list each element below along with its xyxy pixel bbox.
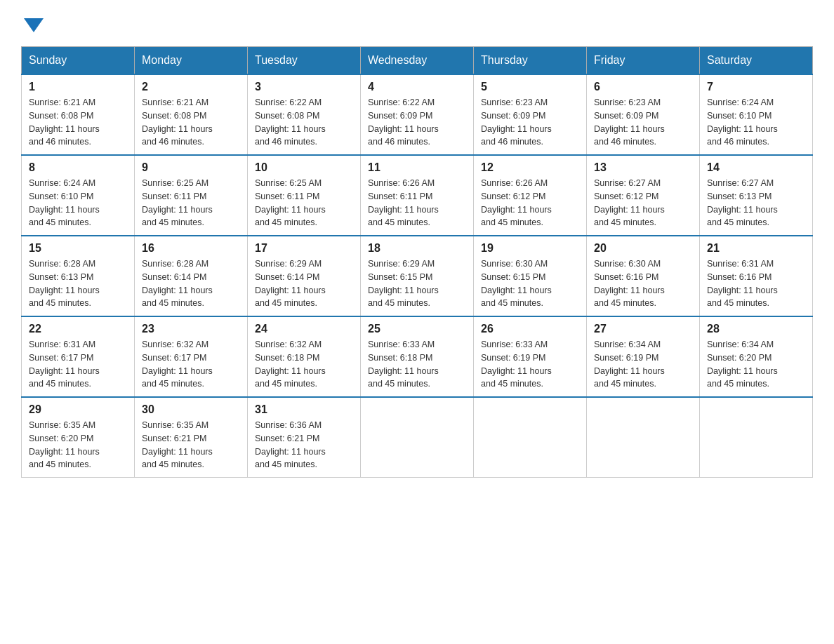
day-number: 26 [481, 323, 579, 335]
calendar-cell: 18 Sunrise: 6:29 AM Sunset: 6:15 PM Dayl… [361, 236, 474, 316]
day-number: 10 [255, 161, 353, 174]
day-number: 18 [368, 242, 466, 255]
day-number: 12 [481, 161, 579, 174]
calendar-header-wednesday: Wednesday [361, 47, 474, 75]
calendar-cell: 1 Sunrise: 6:21 AM Sunset: 6:08 PM Dayli… [22, 74, 135, 155]
day-number: 20 [594, 242, 692, 255]
day-number: 25 [368, 323, 466, 335]
day-info: Sunrise: 6:26 AM Sunset: 6:11 PM Dayligh… [368, 177, 466, 229]
day-info: Sunrise: 6:35 AM Sunset: 6:20 PM Dayligh… [29, 419, 127, 471]
day-number: 9 [142, 161, 240, 174]
day-info: Sunrise: 6:32 AM Sunset: 6:17 PM Dayligh… [142, 338, 240, 391]
day-number: 8 [29, 161, 127, 174]
day-number: 21 [707, 242, 805, 255]
day-number: 22 [29, 323, 127, 335]
day-info: Sunrise: 6:24 AM Sunset: 6:10 PM Dayligh… [29, 177, 127, 229]
calendar-cell: 26 Sunrise: 6:33 AM Sunset: 6:19 PM Dayl… [474, 316, 587, 397]
calendar-cell [587, 397, 700, 478]
calendar-cell: 28 Sunrise: 6:34 AM Sunset: 6:20 PM Dayl… [700, 316, 813, 397]
day-info: Sunrise: 6:36 AM Sunset: 6:21 PM Dayligh… [255, 419, 353, 471]
calendar-cell: 16 Sunrise: 6:28 AM Sunset: 6:14 PM Dayl… [135, 236, 248, 316]
day-info: Sunrise: 6:30 AM Sunset: 6:16 PM Dayligh… [594, 257, 692, 310]
day-number: 30 [142, 403, 240, 416]
calendar-cell: 31 Sunrise: 6:36 AM Sunset: 6:21 PM Dayl… [248, 397, 361, 478]
logo-triangle-icon [24, 18, 44, 32]
calendar-cell [474, 397, 587, 478]
day-number: 29 [29, 403, 127, 416]
calendar-cell: 19 Sunrise: 6:30 AM Sunset: 6:15 PM Dayl… [474, 236, 587, 316]
calendar-header-saturday: Saturday [700, 47, 813, 75]
day-info: Sunrise: 6:31 AM Sunset: 6:17 PM Dayligh… [29, 338, 127, 391]
calendar-cell: 23 Sunrise: 6:32 AM Sunset: 6:17 PM Dayl… [135, 316, 248, 397]
day-number: 4 [368, 81, 466, 93]
calendar-cell: 21 Sunrise: 6:31 AM Sunset: 6:16 PM Dayl… [700, 236, 813, 316]
calendar-cell: 13 Sunrise: 6:27 AM Sunset: 6:12 PM Dayl… [587, 155, 700, 236]
calendar-cell: 29 Sunrise: 6:35 AM Sunset: 6:20 PM Dayl… [22, 397, 135, 478]
day-number: 13 [594, 161, 692, 174]
calendar-header-friday: Friday [587, 47, 700, 75]
day-info: Sunrise: 6:28 AM Sunset: 6:13 PM Dayligh… [29, 257, 127, 310]
day-info: Sunrise: 6:26 AM Sunset: 6:12 PM Dayligh… [481, 177, 579, 229]
day-info: Sunrise: 6:33 AM Sunset: 6:18 PM Dayligh… [368, 338, 466, 391]
calendar-cell: 22 Sunrise: 6:31 AM Sunset: 6:17 PM Dayl… [22, 316, 135, 397]
day-info: Sunrise: 6:31 AM Sunset: 6:16 PM Dayligh… [707, 257, 805, 310]
day-number: 5 [481, 81, 579, 93]
day-info: Sunrise: 6:23 AM Sunset: 6:09 PM Dayligh… [481, 96, 579, 149]
day-info: Sunrise: 6:24 AM Sunset: 6:10 PM Dayligh… [707, 96, 805, 149]
calendar-header-thursday: Thursday [474, 47, 587, 75]
day-number: 14 [707, 161, 805, 174]
day-info: Sunrise: 6:21 AM Sunset: 6:08 PM Dayligh… [29, 96, 127, 149]
calendar-cell: 4 Sunrise: 6:22 AM Sunset: 6:09 PM Dayli… [361, 74, 474, 155]
calendar-week-row: 22 Sunrise: 6:31 AM Sunset: 6:17 PM Dayl… [22, 316, 813, 397]
day-number: 27 [594, 323, 692, 335]
calendar-cell: 14 Sunrise: 6:27 AM Sunset: 6:13 PM Dayl… [700, 155, 813, 236]
calendar-cell: 3 Sunrise: 6:22 AM Sunset: 6:08 PM Dayli… [248, 74, 361, 155]
calendar-cell: 6 Sunrise: 6:23 AM Sunset: 6:09 PM Dayli… [587, 74, 700, 155]
day-info: Sunrise: 6:27 AM Sunset: 6:13 PM Dayligh… [707, 177, 805, 229]
day-number: 23 [142, 323, 240, 335]
day-info: Sunrise: 6:28 AM Sunset: 6:14 PM Dayligh… [142, 257, 240, 310]
day-number: 7 [707, 81, 805, 93]
calendar-week-row: 8 Sunrise: 6:24 AM Sunset: 6:10 PM Dayli… [22, 155, 813, 236]
day-number: 16 [142, 242, 240, 255]
day-number: 28 [707, 323, 805, 335]
calendar-cell [361, 397, 474, 478]
calendar-header-sunday: Sunday [22, 47, 135, 75]
calendar-cell: 30 Sunrise: 6:35 AM Sunset: 6:21 PM Dayl… [135, 397, 248, 478]
day-info: Sunrise: 6:30 AM Sunset: 6:15 PM Dayligh… [481, 257, 579, 310]
day-info: Sunrise: 6:29 AM Sunset: 6:15 PM Dayligh… [368, 257, 466, 310]
day-info: Sunrise: 6:23 AM Sunset: 6:09 PM Dayligh… [594, 96, 692, 149]
day-info: Sunrise: 6:27 AM Sunset: 6:12 PM Dayligh… [594, 177, 692, 229]
calendar-header-tuesday: Tuesday [248, 47, 361, 75]
day-info: Sunrise: 6:22 AM Sunset: 6:08 PM Dayligh… [255, 96, 353, 149]
day-number: 17 [255, 242, 353, 255]
calendar-week-row: 1 Sunrise: 6:21 AM Sunset: 6:08 PM Dayli… [22, 74, 813, 155]
day-number: 11 [368, 161, 466, 174]
calendar-table: SundayMondayTuesdayWednesdayThursdayFrid… [21, 46, 813, 478]
calendar-cell: 11 Sunrise: 6:26 AM Sunset: 6:11 PM Dayl… [361, 155, 474, 236]
day-info: Sunrise: 6:33 AM Sunset: 6:19 PM Dayligh… [481, 338, 579, 391]
calendar-cell: 15 Sunrise: 6:28 AM Sunset: 6:13 PM Dayl… [22, 236, 135, 316]
calendar-week-row: 15 Sunrise: 6:28 AM Sunset: 6:13 PM Dayl… [22, 236, 813, 316]
calendar-cell: 10 Sunrise: 6:25 AM Sunset: 6:11 PM Dayl… [248, 155, 361, 236]
day-info: Sunrise: 6:35 AM Sunset: 6:21 PM Dayligh… [142, 419, 240, 471]
day-number: 31 [255, 403, 353, 416]
calendar-cell: 5 Sunrise: 6:23 AM Sunset: 6:09 PM Dayli… [474, 74, 587, 155]
day-info: Sunrise: 6:32 AM Sunset: 6:18 PM Dayligh… [255, 338, 353, 391]
calendar-cell: 25 Sunrise: 6:33 AM Sunset: 6:18 PM Dayl… [361, 316, 474, 397]
logo-text [21, 14, 44, 32]
day-info: Sunrise: 6:25 AM Sunset: 6:11 PM Dayligh… [255, 177, 353, 229]
calendar-header-monday: Monday [135, 47, 248, 75]
calendar-header-row: SundayMondayTuesdayWednesdayThursdayFrid… [22, 47, 813, 75]
day-info: Sunrise: 6:22 AM Sunset: 6:09 PM Dayligh… [368, 96, 466, 149]
day-info: Sunrise: 6:25 AM Sunset: 6:11 PM Dayligh… [142, 177, 240, 229]
calendar-cell: 20 Sunrise: 6:30 AM Sunset: 6:16 PM Dayl… [587, 236, 700, 316]
day-info: Sunrise: 6:29 AM Sunset: 6:14 PM Dayligh… [255, 257, 353, 310]
day-number: 2 [142, 81, 240, 93]
logo [21, 14, 44, 32]
calendar-cell: 8 Sunrise: 6:24 AM Sunset: 6:10 PM Dayli… [22, 155, 135, 236]
calendar-cell [700, 397, 813, 478]
calendar-week-row: 29 Sunrise: 6:35 AM Sunset: 6:20 PM Dayl… [22, 397, 813, 478]
day-number: 1 [29, 81, 127, 93]
day-number: 24 [255, 323, 353, 335]
